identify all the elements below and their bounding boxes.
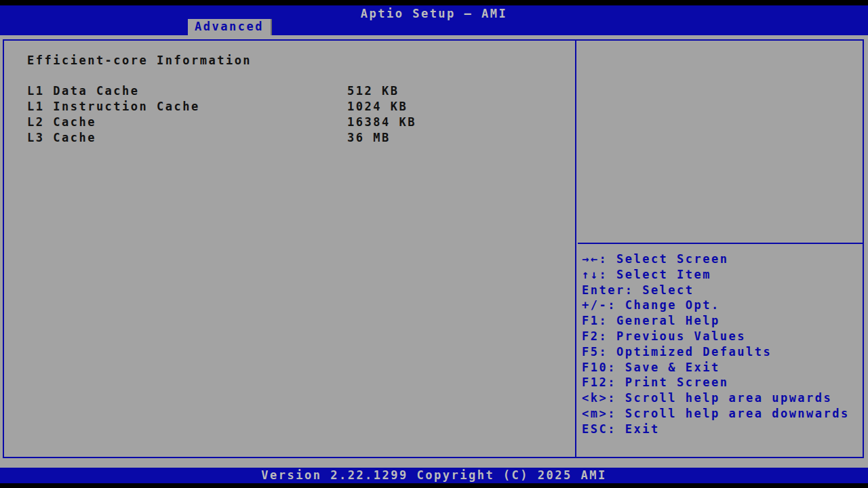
info-row: L3 Cache36 MB [4,131,575,146]
info-row: L1 Data Cache512 KB [4,84,575,100]
info-value: 36 MB [347,131,391,144]
bios-screen: Aptio Setup – AMI Advanced Efficient-cor… [0,0,868,488]
info-row: L2 Cache16384 KB [4,115,575,131]
help-pane: →←: Select Screen↑↓: Select ItemEnter: S… [578,41,863,457]
info-value: 512 KB [347,84,399,98]
help-key-item: F2: Previous Values [582,329,863,345]
version-text: Version 2.22.1299 Copyright (C) 2025 AMI [0,468,868,482]
info-label: L1 Instruction Cache [27,100,200,113]
footer-bar: Version 2.22.1299 Copyright (C) 2025 AMI [0,468,868,483]
content-area: Efficient-core Information L1 Data Cache… [0,35,868,468]
info-value: 1024 KB [347,100,408,113]
help-key-item: ↑↓: Select Item [582,268,863,283]
info-label: L2 Cache [27,115,96,129]
help-key-item: Enter: Select [582,283,863,299]
help-key-list: →←: Select Screen↑↓: Select ItemEnter: S… [582,252,863,438]
help-key-item: F10: Save & Exit [582,361,863,376]
help-key-item: F12: Print Screen [582,375,863,391]
main-pane: Efficient-core Information L1 Data Cache… [4,41,576,457]
tab-advanced[interactable]: Advanced [188,19,272,35]
info-rows: L1 Data Cache512 KBL1 Instruction Cache1… [4,84,575,146]
info-value: 16384 KB [347,115,416,129]
help-key-item: F1: General Help [582,314,863,329]
info-label: L3 Cache [27,131,96,144]
help-key-item: <k>: Scroll help area upwards [582,391,863,407]
help-key-item: F5: Optimized Defaults [582,345,863,361]
section-title: Efficient-core Information [27,54,252,67]
panel-box: Efficient-core Information L1 Data Cache… [3,39,864,458]
app-title: Aptio Setup – AMI [0,7,868,20]
help-key-item: ESC: Exit [582,422,863,438]
info-row: L1 Instruction Cache1024 KB [4,100,575,115]
info-label: L1 Data Cache [27,84,140,98]
help-key-item: +/-: Change Opt. [582,298,863,314]
help-key-item: <m>: Scroll help area downwards [582,407,863,422]
help-key-item: →←: Select Screen [582,252,863,268]
header-bar: Aptio Setup – AMI Advanced [0,5,868,35]
help-divider [578,243,863,244]
